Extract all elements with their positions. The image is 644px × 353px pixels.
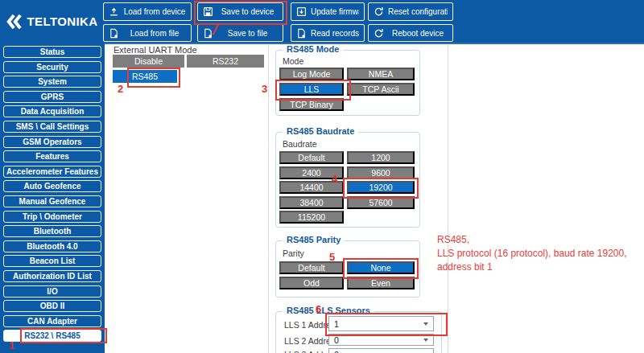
uart-option-disable[interactable]: Disable [113,55,184,68]
annotation-note-line: address bit 1 [437,261,627,274]
baudrate-option-19200[interactable]: 19200 [347,181,415,194]
sidebar-item-accelerometer-features[interactable]: Accelerometer Features [3,166,101,178]
annotation-note-line: LLS protocol (16 protocol), baud rate 19… [437,247,627,261]
rs485-mode-group: RS485 Mode Mode Log Mode NMEA LLS TCP As… [275,50,420,116]
baudrate-option-1200[interactable]: 1200 [347,151,415,164]
annotation-note-line: RS485, [437,233,627,247]
sidebar-item-features[interactable]: Features [3,150,101,162]
file-save-icon [203,28,213,39]
load-from-file-button[interactable]: Load from file [103,24,192,42]
mode-option-nmea[interactable]: NMEA [347,68,415,80]
sidebar-item-system[interactable]: System [3,76,101,88]
sidebar-item-authorization-id-list[interactable]: Authorization ID List [3,270,101,282]
upload-icon [109,6,119,17]
chevron-down-icon [423,339,428,342]
button-label: Reset configuration [388,7,448,16]
button-label: Load from file [123,29,186,38]
read-records-button[interactable]: Read records [291,24,365,42]
group-title: RS485 Mode [283,44,343,54]
lls-1-address-select[interactable]: 1 [328,316,434,331]
sidebar-item-obd-ii[interactable]: OBD II [3,300,101,312]
save-to-device-button[interactable]: Save to device [197,2,283,21]
sidebar-item-manual-geofence[interactable]: Manual Geofence [3,195,101,207]
sidebar-item-can-adapter[interactable]: CAN Adapter [3,315,101,327]
brand-name: TELTONIKA [27,14,97,28]
button-label: Update firmware [311,7,359,16]
reset-configuration-button[interactable]: Reset configuration [368,2,453,21]
group-title: RS485 LLS Sensors [283,306,374,315]
sidebar-item-sms-call-settings[interactable]: SMS \ Call Settings [3,121,101,133]
reboot-device-button[interactable]: Reboot device [368,24,453,42]
button-label: Reboot device [388,29,448,38]
file-load-icon [109,28,119,39]
sidebar-item-gsm-operators[interactable]: GSM Operators [3,136,101,148]
sidebar-item-bluetooth-4-0[interactable]: Bluetooth 4.0 [3,240,101,252]
button-label: Load from device [123,7,186,16]
rs485-lls-sensors-group: RS485 LLS Sensors LLS 1 Address 1 LLS 2 … [275,311,442,353]
records-icon [296,28,307,39]
teltonika-logo-icon [5,12,24,31]
sidebar-item-data-acquisition[interactable]: Data Acquisition [3,105,101,117]
parity-option-none[interactable]: None [347,261,415,274]
update-firmware-button[interactable]: Update firmware [291,2,365,21]
panel-divider [448,45,448,353]
save-to-file-button[interactable]: Save to file [197,24,283,42]
annotation-marker-6: 6 [316,303,321,315]
reset-icon [374,6,384,17]
annotation-note: RS485, LLS protocol (16 protocol), baud … [437,233,627,274]
baudrate-option-57600[interactable]: 57600 [347,196,415,209]
save-icon [203,6,213,17]
annotation-marker-5: 5 [329,251,335,263]
annotation-marker-1: 1 [9,339,14,351]
mode-option-log-mode[interactable]: Log Mode [279,68,344,80]
button-label: Read records [311,29,359,38]
sidebar-item-status[interactable]: Status [3,46,101,58]
mode-label: Mode [283,56,303,66]
annotation-marker-4: 4 [332,173,337,185]
sidebar-item-rs232-rs485[interactable]: RS232 \ RS485 [3,330,101,342]
mode-option-tcp-ascii[interactable]: TCP Ascii [347,83,415,96]
lls-2-address-select[interactable]: 0 [328,334,434,346]
teltonika-logo: TELTONIKA [0,0,103,43]
teltonika-configurator-window: TELTONIKA Load from device Save to devic… [0,0,644,353]
lls-2-address-value: 0 [334,335,339,345]
uart-option-rs232[interactable]: RS232 [187,55,264,68]
firmware-icon [296,6,307,17]
parity-label: Parity [283,248,304,258]
annotation-marker-3: 3 [262,83,267,95]
lls-3-address-select[interactable]: 0 [328,348,434,353]
rs485-baudrate-group: RS485 Baudrate Baudrate Default 1200 240… [275,132,420,228]
uart-option-rs485[interactable]: RS485 [113,70,177,83]
sidebar-item-bluetooth[interactable]: Bluetooth [3,225,101,237]
parity-option-even[interactable]: Even [347,277,415,289]
button-label: Save to device [217,7,278,16]
parity-option-odd[interactable]: Odd [279,277,344,289]
annotation-marker-2: 2 [118,83,123,95]
group-title: RS485 Baudrate [283,126,358,136]
reboot-icon [374,28,384,39]
top-toolbar: TELTONIKA Load from device Save to devic… [0,0,644,43]
baudrate-option-9600[interactable]: 9600 [347,166,415,179]
lls-3-address-value: 0 [334,350,339,353]
button-label: Save to file [217,29,278,38]
sidebar-item-trip-odometer[interactable]: Trip \ Odometer [3,211,101,223]
external-uart-mode-label: External UART Mode [114,45,197,55]
mode-option-tcp-binary[interactable]: TCP Binary [279,98,344,111]
parity-option-default[interactable]: Default [279,261,344,274]
baudrate-option-115200[interactable]: 115200 [279,211,344,224]
lls-1-address-value: 1 [334,319,339,329]
baudrate-option-38400[interactable]: 38400 [279,196,344,209]
baudrate-option-default[interactable]: Default [279,151,344,164]
sidebar-item-io[interactable]: I/O [3,285,101,298]
sidebar-item-gprs[interactable]: GPRS [3,91,101,103]
baudrate-label: Baudrate [283,139,317,149]
group-title: RS485 Parity [283,235,345,244]
load-from-device-button[interactable]: Load from device [103,2,192,21]
rs485-parity-group: RS485 Parity Parity Default None Odd Eve… [275,240,420,298]
sidebar-item-beacon-list[interactable]: Beacon List [3,255,101,267]
sidebar-item-security[interactable]: Security [3,61,101,73]
mode-option-lls[interactable]: LLS [279,83,344,96]
sidebar-item-auto-geofence[interactable]: Auto Geofence [3,180,101,192]
sidebar-item-label: RS232 \ RS485 [24,331,80,340]
sidebar: Status Security System GPRS Data Acquisi… [0,43,105,353]
